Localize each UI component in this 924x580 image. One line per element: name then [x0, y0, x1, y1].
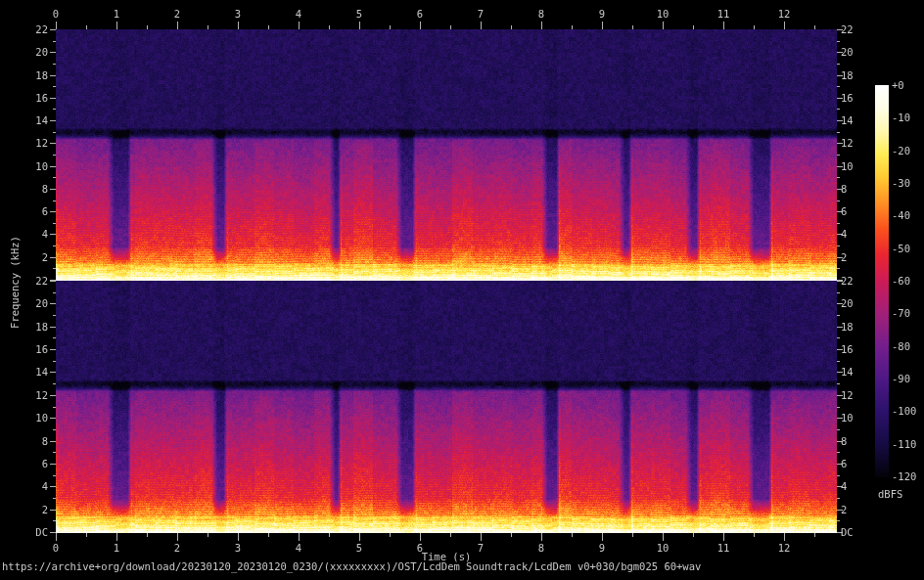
freq-tick-label-left: 6: [0, 205, 48, 218]
freq-tick-label-right: 18: [841, 321, 854, 334]
freq-tick-label-left: 10: [0, 160, 48, 173]
colorbar-tick-label: -120: [892, 470, 916, 483]
colorbar-unit-label: dBFS: [878, 488, 902, 501]
freq-tick-label-right: 4: [841, 228, 847, 241]
freq-tick-label-left: 12: [0, 137, 48, 150]
freq-tick-label-right: 16: [841, 92, 854, 105]
freq-tick-label-left: 16: [0, 343, 48, 356]
time-tick-label-bottom: 0: [53, 542, 59, 555]
time-tick-label-top: 6: [417, 8, 423, 21]
time-tick-label-top: 0: [53, 8, 59, 21]
colorbar-tick-label: -80: [892, 340, 910, 353]
colorbar-tick-label: -30: [892, 177, 910, 190]
time-tick-label-bottom: 1: [114, 542, 119, 555]
freq-tick-label-right: 22: [841, 23, 854, 36]
time-tick-label-top: 10: [657, 8, 670, 21]
colorbar-tick-label: -50: [892, 243, 910, 255]
freq-tick-label-left: 18: [0, 69, 48, 82]
colorbar-tick-label: +0: [892, 79, 904, 92]
freq-tick-label-left: 14: [0, 366, 48, 379]
time-tick-label-top: 4: [296, 8, 301, 21]
freq-tick-label-right: 10: [841, 412, 854, 424]
time-tick-label-top: 12: [778, 8, 791, 21]
freq-tick-label-right: 12: [841, 389, 854, 402]
freq-tick-label-left: 8: [0, 183, 48, 196]
freq-tick-label-left: 14: [0, 114, 48, 127]
freq-tick-label-right: 14: [841, 114, 854, 127]
freq-tick-label-right: 8: [841, 435, 847, 448]
freq-tick-label-left: 20: [0, 297, 48, 310]
spectrogram-figure: 0011223344556677889910101111121222222020…: [0, 0, 924, 580]
freq-tick-label-left: 12: [0, 389, 48, 402]
freq-tick-label-right: 4: [841, 480, 847, 493]
axis-ticks-canvas: [0, 0, 924, 580]
time-tick-label-bottom: 11: [717, 542, 730, 555]
time-tick-label-bottom: 5: [356, 542, 362, 555]
freq-tick-label-right: 20: [841, 297, 854, 310]
freq-tick-label-left: 2: [0, 504, 48, 516]
time-tick-label-bottom: 4: [296, 542, 301, 555]
time-tick-label-top: 2: [174, 8, 180, 21]
time-tick-label-bottom: 2: [174, 542, 180, 555]
freq-tick-label-left: 4: [0, 228, 48, 241]
time-tick-label-top: 3: [235, 8, 241, 21]
colorbar-tick-label: -40: [892, 209, 910, 222]
freq-tick-label-right: 6: [841, 205, 847, 218]
freq-tick-label-right: 14: [841, 366, 854, 379]
time-tick-label-top: 1: [114, 8, 119, 21]
time-tick-label-top: 7: [478, 8, 484, 21]
freq-tick-label-left: 18: [0, 321, 48, 334]
colorbar-tick-label: -90: [892, 373, 910, 385]
time-tick-label-top: 8: [538, 8, 544, 21]
freq-tick-label-right: 16: [841, 343, 854, 356]
freq-tick-label-left: 20: [0, 46, 48, 59]
freq-tick-label-right: 12: [841, 137, 854, 150]
freq-tick-label-left: 4: [0, 480, 48, 493]
freq-tick-label-right: 22: [841, 275, 854, 288]
freq-tick-label-right: 8: [841, 183, 847, 196]
freq-tick-label-left: DC: [0, 526, 48, 539]
time-tick-label-top: 11: [717, 8, 730, 21]
freq-tick-label-left: 22: [0, 275, 48, 288]
y-axis-title: Frequency (kHz): [9, 236, 22, 330]
colorbar-tick-label: -110: [892, 438, 916, 451]
time-tick-label-bottom: 10: [657, 542, 670, 555]
time-tick-label-bottom: 3: [235, 542, 241, 555]
colorbar-tick-label: -60: [892, 275, 910, 288]
source-url-text: https://archive+org/download/20230120_20…: [2, 560, 701, 573]
time-tick-label-bottom: 7: [478, 542, 484, 555]
freq-tick-label-right: 18: [841, 69, 854, 82]
freq-tick-label-left: 10: [0, 412, 48, 424]
freq-tick-label-right: 20: [841, 46, 854, 59]
freq-tick-label-right: 6: [841, 458, 847, 470]
colorbar-tick-label: -100: [892, 405, 916, 418]
freq-tick-label-right: 10: [841, 160, 854, 173]
time-tick-label-bottom: 12: [778, 542, 791, 555]
freq-tick-label-left: 6: [0, 458, 48, 470]
colorbar-tick-label: -20: [892, 145, 910, 157]
time-tick-label-bottom: 9: [599, 542, 605, 555]
freq-tick-label-left: 22: [0, 23, 48, 36]
time-tick-label-top: 9: [599, 8, 605, 21]
freq-tick-label-right: DC: [841, 526, 854, 539]
freq-tick-label-right: 2: [841, 504, 847, 516]
colorbar-tick-label: -10: [892, 112, 910, 124]
colorbar-tick-label: -70: [892, 307, 910, 320]
freq-tick-label-left: 2: [0, 251, 48, 264]
freq-tick-label-left: 8: [0, 435, 48, 448]
freq-tick-label-right: 2: [841, 251, 847, 264]
freq-tick-label-left: 16: [0, 92, 48, 105]
time-tick-label-top: 5: [356, 8, 362, 21]
time-tick-label-bottom: 8: [538, 542, 544, 555]
